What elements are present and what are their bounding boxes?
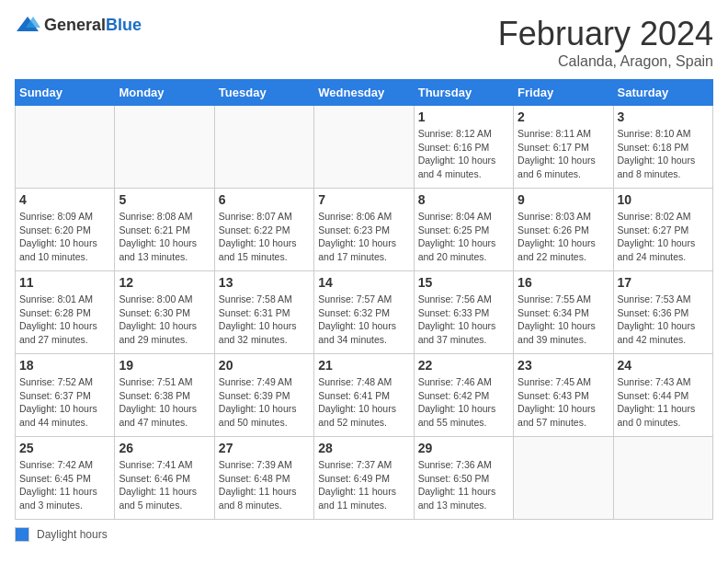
calendar-cell: 13Sunrise: 7:58 AM Sunset: 6:31 PM Dayli… [214,271,313,354]
day-info: Sunrise: 7:55 AM Sunset: 6:34 PM Dayligh… [518,293,609,347]
day-info: Sunrise: 8:11 AM Sunset: 6:17 PM Dayligh… [518,127,609,181]
day-header-saturday: Saturday [613,80,712,106]
logo-icon [15,15,40,35]
day-info: Sunrise: 8:09 AM Sunset: 6:20 PM Dayligh… [19,210,110,264]
day-number: 18 [19,358,110,373]
calendar-cell [16,106,115,189]
day-info: Sunrise: 8:03 AM Sunset: 6:26 PM Dayligh… [518,210,609,264]
day-info: Sunrise: 7:37 AM Sunset: 6:49 PM Dayligh… [318,458,409,512]
calendar-cell [613,437,712,520]
day-info: Sunrise: 8:10 AM Sunset: 6:18 PM Dayligh… [618,127,709,181]
day-info: Sunrise: 8:00 AM Sunset: 6:30 PM Dayligh… [119,293,210,347]
calendar-cell: 26Sunrise: 7:41 AM Sunset: 6:46 PM Dayli… [115,437,214,520]
day-number: 15 [418,275,509,290]
day-info: Sunrise: 8:07 AM Sunset: 6:22 PM Dayligh… [219,210,310,264]
day-header-sunday: Sunday [16,80,115,106]
day-number: 21 [318,358,409,373]
day-number: 12 [119,275,210,290]
day-info: Sunrise: 7:57 AM Sunset: 6:32 PM Dayligh… [318,293,409,347]
day-number: 16 [518,275,609,290]
calendar-cell: 17Sunrise: 7:53 AM Sunset: 6:36 PM Dayli… [613,271,712,354]
location-title: Calanda, Aragon, Spain [498,53,713,70]
week-row: 11Sunrise: 8:01 AM Sunset: 6:28 PM Dayli… [16,271,713,354]
day-number: 26 [119,441,210,455]
day-info: Sunrise: 8:06 AM Sunset: 6:23 PM Dayligh… [318,210,409,264]
calendar-cell: 15Sunrise: 7:56 AM Sunset: 6:33 PM Dayli… [414,271,513,354]
day-info: Sunrise: 8:01 AM Sunset: 6:28 PM Dayligh… [19,293,110,347]
day-info: Sunrise: 7:46 AM Sunset: 6:42 PM Dayligh… [418,375,509,430]
day-header-thursday: Thursday [414,80,513,106]
calendar-cell [214,106,313,189]
calendar-cell: 22Sunrise: 7:46 AM Sunset: 6:42 PM Dayli… [414,354,513,437]
day-header-friday: Friday [514,80,613,106]
day-number: 25 [19,441,110,455]
day-number: 23 [518,358,609,373]
day-info: Sunrise: 7:43 AM Sunset: 6:44 PM Dayligh… [618,375,709,430]
day-number: 7 [318,192,409,207]
calendar-cell: 1Sunrise: 8:12 AM Sunset: 6:16 PM Daylig… [414,106,513,189]
calendar-cell: 9Sunrise: 8:03 AM Sunset: 6:26 PM Daylig… [514,189,613,271]
day-header-tuesday: Tuesday [214,80,313,106]
calendar-cell: 4Sunrise: 8:09 AM Sunset: 6:20 PM Daylig… [16,189,115,271]
calendar-cell: 19Sunrise: 7:51 AM Sunset: 6:38 PM Dayli… [115,354,214,437]
calendar-cell: 24Sunrise: 7:43 AM Sunset: 6:44 PM Dayli… [613,354,712,437]
day-number: 2 [518,109,609,124]
month-title: February 2024 [498,15,713,53]
day-info: Sunrise: 7:58 AM Sunset: 6:31 PM Dayligh… [219,293,310,347]
calendar-cell: 25Sunrise: 7:42 AM Sunset: 6:45 PM Dayli… [16,437,115,520]
header-row: SundayMondayTuesdayWednesdayThursdayFrid… [16,80,713,106]
day-info: Sunrise: 7:56 AM Sunset: 6:33 PM Dayligh… [418,293,509,347]
calendar-cell: 18Sunrise: 7:52 AM Sunset: 6:37 PM Dayli… [16,354,115,437]
day-info: Sunrise: 7:36 AM Sunset: 6:50 PM Dayligh… [418,458,509,512]
legend: Daylight hours [15,527,713,542]
legend-text: Daylight hours [37,528,108,541]
day-info: Sunrise: 7:45 AM Sunset: 6:43 PM Dayligh… [518,375,609,430]
calendar-cell [514,437,613,520]
day-number: 11 [19,275,110,290]
calendar-cell: 10Sunrise: 8:02 AM Sunset: 6:27 PM Dayli… [613,189,712,271]
day-info: Sunrise: 8:08 AM Sunset: 6:21 PM Dayligh… [119,210,210,264]
logo-text: GeneralBlue [44,16,142,35]
day-number: 8 [418,192,509,207]
day-info: Sunrise: 8:02 AM Sunset: 6:27 PM Dayligh… [618,210,709,264]
week-row: 18Sunrise: 7:52 AM Sunset: 6:37 PM Dayli… [16,354,713,437]
calendar-table: SundayMondayTuesdayWednesdayThursdayFrid… [15,79,713,520]
calendar-cell: 5Sunrise: 8:08 AM Sunset: 6:21 PM Daylig… [115,189,214,271]
day-header-wednesday: Wednesday [314,80,414,106]
day-info: Sunrise: 7:51 AM Sunset: 6:38 PM Dayligh… [119,375,210,430]
day-info: Sunrise: 7:52 AM Sunset: 6:37 PM Dayligh… [19,375,110,430]
day-number: 4 [19,192,110,207]
calendar-cell: 29Sunrise: 7:36 AM Sunset: 6:50 PM Dayli… [414,437,513,520]
calendar-cell: 3Sunrise: 8:10 AM Sunset: 6:18 PM Daylig… [613,106,712,189]
day-info: Sunrise: 7:53 AM Sunset: 6:36 PM Dayligh… [618,293,709,347]
week-row: 25Sunrise: 7:42 AM Sunset: 6:45 PM Dayli… [16,437,713,520]
day-number: 17 [618,275,709,290]
day-info: Sunrise: 7:49 AM Sunset: 6:39 PM Dayligh… [219,375,310,430]
logo-general: General [44,16,106,34]
day-number: 28 [318,441,409,455]
calendar-cell: 23Sunrise: 7:45 AM Sunset: 6:43 PM Dayli… [514,354,613,437]
day-number: 5 [119,192,210,207]
day-number: 6 [219,192,310,207]
day-number: 3 [618,109,709,124]
day-info: Sunrise: 7:42 AM Sunset: 6:45 PM Dayligh… [19,458,110,512]
week-row: 4Sunrise: 8:09 AM Sunset: 6:20 PM Daylig… [16,189,713,271]
day-info: Sunrise: 8:12 AM Sunset: 6:16 PM Dayligh… [418,127,509,181]
calendar-cell: 21Sunrise: 7:48 AM Sunset: 6:41 PM Dayli… [314,354,414,437]
day-number: 19 [119,358,210,373]
day-info: Sunrise: 7:48 AM Sunset: 6:41 PM Dayligh… [318,375,409,430]
calendar-cell: 27Sunrise: 7:39 AM Sunset: 6:48 PM Dayli… [214,437,313,520]
day-info: Sunrise: 7:41 AM Sunset: 6:46 PM Dayligh… [119,458,210,512]
day-number: 29 [418,441,509,455]
calendar-cell: 6Sunrise: 8:07 AM Sunset: 6:22 PM Daylig… [214,189,313,271]
calendar-cell: 2Sunrise: 8:11 AM Sunset: 6:17 PM Daylig… [514,106,613,189]
calendar-cell: 14Sunrise: 7:57 AM Sunset: 6:32 PM Dayli… [314,271,414,354]
day-info: Sunrise: 7:39 AM Sunset: 6:48 PM Dayligh… [219,458,310,512]
day-number: 27 [219,441,310,455]
day-number: 13 [219,275,310,290]
day-header-monday: Monday [115,80,214,106]
logo: GeneralBlue [15,15,142,35]
calendar-cell: 12Sunrise: 8:00 AM Sunset: 6:30 PM Dayli… [115,271,214,354]
day-number: 14 [318,275,409,290]
legend-box [15,527,29,542]
